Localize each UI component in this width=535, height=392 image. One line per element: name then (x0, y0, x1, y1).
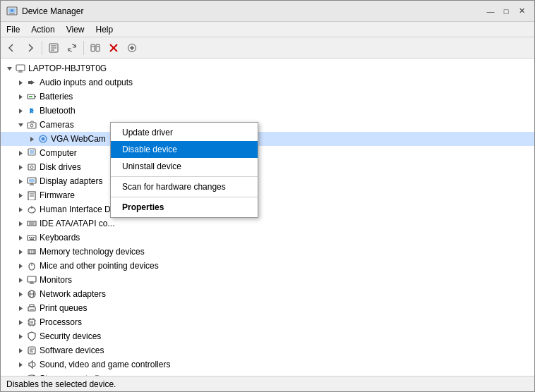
tree-label-diskdrives: Disk drives (40, 162, 81, 172)
tree-item-webcam[interactable]: VGA WebCam (1, 132, 534, 146)
tree-label-batteries: Batteries (40, 92, 73, 102)
svg-point-30 (30, 124, 33, 127)
tree-expand-cameras[interactable] (15, 119, 26, 130)
svg-marker-99 (19, 362, 23, 367)
tree-icon-monitors (26, 274, 37, 286)
menu-help[interactable]: Help (90, 22, 119, 37)
close-button[interactable]: ✕ (515, 4, 529, 18)
tree-item-memory[interactable]: Memory technology devices (1, 245, 534, 259)
tree-expand-software[interactable] (15, 345, 26, 356)
toolbar-forward-btn[interactable] (22, 39, 39, 56)
svg-marker-74 (19, 292, 23, 297)
tree-expand-ide[interactable] (15, 218, 26, 229)
tree-item-audio[interactable]: Audio inputs and outputs (1, 75, 534, 90)
maximize-button[interactable]: □ (499, 4, 513, 18)
context-uninstall-device[interactable]: Uninstall device (111, 158, 258, 175)
tree-expand-keyboards[interactable] (15, 232, 26, 243)
tree-item-security[interactable]: Security devices (1, 329, 534, 343)
tree-item-hid[interactable]: Human Interface D... (1, 202, 534, 216)
tree-icon-audio (26, 77, 37, 88)
tree-expand-print[interactable] (15, 302, 26, 314)
window-title: Device Manager (22, 6, 83, 16)
tree-expand-sound[interactable] (15, 359, 26, 370)
tree-item-firmware[interactable]: Firmware (1, 188, 534, 202)
tree-expand-monitors[interactable] (15, 274, 26, 286)
tree-item-diskdrives[interactable]: Disk drives (1, 160, 534, 174)
tree-item-storage[interactable]: Storage controllers (1, 372, 534, 376)
device-manager-window: Device Manager — □ ✕ File Action View He… (0, 0, 535, 392)
tree-item-ide[interactable]: IDE ATA/ATAPI co... (1, 216, 534, 231)
tree-expand-laptop[interactable] (4, 63, 15, 74)
tree-item-print[interactable]: Print queues (1, 301, 534, 315)
toolbar-back-btn[interactable] (4, 39, 20, 56)
tree-expand-network[interactable] (15, 288, 26, 300)
tree-item-software[interactable]: Software devices (1, 343, 534, 357)
tree-item-display[interactable]: Display adapters (1, 174, 534, 188)
svg-rect-79 (28, 307, 35, 311)
tree-label-bluetooth: Bluetooth (40, 106, 76, 116)
menu-file[interactable]: File (1, 22, 25, 37)
tree-icon-mice (26, 260, 37, 271)
tree-expand-webcam[interactable] (26, 133, 37, 145)
toolbar-refresh-btn[interactable] (64, 39, 80, 56)
tree-item-keyboards[interactable]: Keyboards (1, 231, 534, 245)
svg-marker-27 (19, 109, 23, 114)
tree-expand-memory[interactable] (15, 246, 26, 257)
tree-expand-storage[interactable] (15, 373, 26, 376)
tree-item-computer[interactable]: Computer (1, 146, 534, 160)
context-disable-device[interactable]: Disable device (111, 141, 258, 158)
tree-item-network[interactable]: Network adapters (1, 287, 534, 301)
menu-action[interactable]: Action (25, 22, 60, 37)
tree-icon-security (26, 331, 37, 342)
device-tree[interactable]: LAPTOP-HBJT9T0GAudio inputs and outputsB… (1, 59, 534, 376)
toolbar-add-btn[interactable] (124, 39, 140, 56)
tree-icon-display (26, 176, 37, 187)
tree-expand-firmware[interactable] (15, 190, 26, 201)
tree-icon-laptop (15, 63, 26, 74)
tree-expand-diskdrives[interactable] (15, 161, 26, 173)
menu-view[interactable]: View (61, 22, 90, 37)
context-update-driver[interactable]: Update driver (111, 124, 258, 141)
toolbar-filter-btn[interactable] (87, 39, 104, 56)
tree-label-memory: Memory technology devices (40, 247, 145, 257)
tree-expand-mice[interactable] (15, 260, 26, 271)
svg-marker-34 (19, 151, 23, 156)
title-bar-left: Device Manager (6, 6, 83, 17)
svg-point-33 (42, 137, 45, 141)
tree-icon-hid (26, 204, 37, 215)
context-scan-hardware[interactable]: Scan for hardware changes (111, 178, 258, 195)
tree-icon-network (26, 288, 37, 300)
tree-label-print: Print queues (40, 303, 87, 313)
minimize-button[interactable]: — (483, 4, 498, 18)
toolbar-properties-btn[interactable] (45, 39, 62, 56)
tree-label-computer: Computer (40, 148, 77, 158)
tree-label-storage: Storage controllers (40, 374, 111, 376)
tree-item-laptop[interactable]: LAPTOP-HBJT9T0G (1, 61, 534, 75)
tree-expand-batteries[interactable] (15, 91, 26, 102)
tree-label-display: Display adapters (40, 176, 102, 186)
tree-label-ide: IDE ATA/ATAPI co... (40, 219, 114, 228)
tree-item-cameras[interactable]: Cameras (1, 118, 534, 132)
tree-expand-display[interactable] (15, 176, 26, 187)
svg-marker-70 (19, 278, 23, 283)
tree-expand-processors[interactable] (15, 317, 26, 328)
tree-item-processors[interactable]: Processors (1, 315, 534, 329)
tree-icon-webcam (37, 133, 49, 145)
svg-rect-42 (29, 179, 35, 182)
toolbar-remove-btn[interactable] (105, 39, 122, 56)
context-properties[interactable]: Properties (111, 199, 258, 216)
svg-marker-94 (19, 348, 23, 353)
svg-rect-18 (16, 65, 25, 71)
tree-expand-bluetooth[interactable] (15, 105, 26, 116)
tree-item-mice[interactable]: Mice and other pointing devices (1, 259, 534, 273)
tree-item-bluetooth[interactable]: Bluetooth (1, 104, 534, 118)
tree-expand-security[interactable] (15, 331, 26, 342)
tree-expand-audio[interactable] (15, 77, 26, 88)
tree-expand-hid[interactable] (15, 204, 26, 215)
tree-expand-computer[interactable] (15, 147, 26, 159)
tree-item-batteries[interactable]: Batteries (1, 90, 534, 104)
tree-item-monitors[interactable]: Monitors (1, 273, 534, 287)
tree-item-sound[interactable]: Sound, video and game controllers (1, 357, 534, 372)
tree-icon-firmware (26, 190, 37, 201)
svg-marker-82 (19, 320, 23, 325)
